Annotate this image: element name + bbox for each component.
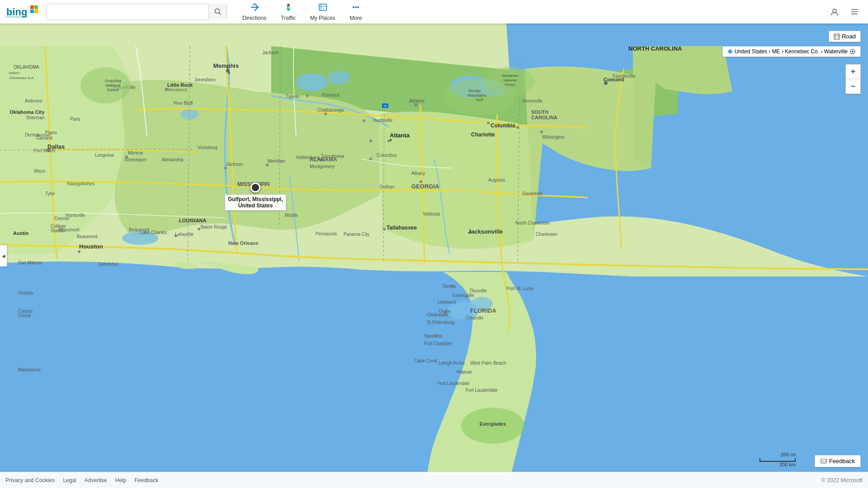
user-button[interactable]: [826, 4, 843, 20]
svg-point-16: [355, 6, 357, 8]
directions-label: Directions: [242, 15, 266, 21]
svg-text:Charleston: Charleston: [536, 232, 557, 237]
svg-text:National: National: [503, 78, 517, 82]
svg-point-57: [78, 250, 80, 253]
svg-text:Tallahassee: Tallahassee: [387, 225, 417, 231]
svg-text:Clearwater: Clearwater: [427, 312, 449, 317]
svg-text:Jackson: Jackson: [262, 50, 279, 55]
footer-feedback[interactable]: Feedback: [134, 477, 158, 483]
location-pin[interactable]: Gulfport, Mississippi, United States: [225, 183, 286, 211]
nav-my-places[interactable]: My Places: [304, 0, 341, 24]
svg-text:Sarasota: Sarasota: [424, 333, 442, 338]
svg-text:OKLAHOMA: OKLAHOMA: [14, 65, 39, 70]
svg-text:Albany: Albany: [411, 171, 425, 176]
svg-rect-194: [821, 459, 826, 463]
more-icon: [351, 3, 360, 14]
svg-text:St.Petersburg: St.Petersburg: [427, 320, 454, 325]
svg-text:Pensacola: Pensacola: [316, 231, 337, 236]
svg-text:LOUISIANA: LOUISIANA: [179, 218, 207, 223]
feedback-icon: [821, 458, 827, 465]
svg-point-6: [215, 9, 219, 14]
pin-label-line2: United States: [238, 202, 273, 209]
svg-text:Nation: Nation: [9, 71, 19, 75]
svg-text:Galveston: Galveston: [98, 262, 118, 267]
zoom-in-button[interactable]: +: [846, 65, 860, 79]
svg-point-46: [369, 140, 372, 142]
svg-text:Ardmore: Ardmore: [25, 99, 42, 103]
bing-logo: bing: [5, 4, 42, 20]
svg-point-45: [363, 119, 365, 122]
svg-text:Wilmington: Wilmington: [542, 135, 564, 140]
search-input[interactable]: Gulfport, Mississippi, United States: [47, 4, 208, 19]
svg-text:Alexandria: Alexandria: [162, 157, 184, 162]
svg-text:Charlotte: Charlotte: [471, 131, 495, 138]
my-places-label: My Places: [310, 15, 335, 21]
svg-text:Little Rock: Little Rock: [167, 82, 193, 88]
svg-text:Jonesboro: Jonesboro: [194, 77, 216, 82]
svg-text:San Marcos: San Marcos: [18, 260, 42, 265]
svg-text:Memphis: Memphis: [213, 62, 239, 69]
svg-point-23: [296, 73, 328, 91]
svg-point-48: [369, 158, 372, 160]
svg-text:Ouachita: Ouachita: [105, 79, 121, 83]
svg-point-58: [383, 228, 386, 230]
svg-point-26: [328, 71, 350, 84]
svg-point-18: [833, 9, 836, 13]
svg-text:Jacksonville: Jacksonville: [468, 228, 503, 235]
svg-text:Nacogdoches: Nacogdoches: [67, 181, 94, 186]
side-toggle-icon: ◀: [2, 253, 5, 258]
svg-text:Houston: Houston: [79, 243, 103, 250]
feedback-button[interactable]: Feedback: [815, 455, 861, 467]
map-type-label: Road: [842, 33, 856, 40]
svg-point-189: [852, 51, 854, 52]
svg-rect-3: [34, 5, 38, 9]
svg-text:Denton: Denton: [25, 132, 39, 137]
svg-text:Lehigh Acres: Lehigh Acres: [439, 361, 465, 366]
svg-text:Mountains: Mountains: [467, 93, 486, 98]
footer-legal[interactable]: Legal: [63, 477, 76, 483]
zoom-out-button[interactable]: −: [846, 79, 860, 94]
svg-text:Paris: Paris: [70, 117, 80, 122]
my-places-icon: [318, 3, 327, 14]
svg-rect-184: [834, 34, 840, 39]
nav-traffic[interactable]: Traffic: [274, 0, 302, 24]
nav-more[interactable]: More: [343, 0, 368, 24]
svg-text:New Orleans: New Orleans: [228, 240, 259, 246]
svg-text:NORTH CAROLINA: NORTH CAROLINA: [628, 45, 682, 52]
svg-text:Atlanta: Atlanta: [390, 132, 410, 139]
svg-text:Dothan: Dothan: [380, 184, 394, 189]
footer-advertise[interactable]: Advertise: [85, 477, 107, 483]
map-container[interactable]: Memphis ● Oklahoma City Norman Little Ro…: [0, 23, 868, 488]
svg-line-7: [219, 13, 221, 15]
svg-point-15: [353, 6, 354, 8]
svg-text:Baton Rouge: Baton Rouge: [201, 225, 227, 230]
footer: Privacy and Cookies Legal Advertise Help…: [0, 472, 868, 488]
svg-text:Meridian: Meridian: [268, 159, 285, 164]
svg-text:Dallas: Dallas: [47, 143, 65, 150]
copyright-text: © 2022 Microsoft: [821, 477, 863, 483]
side-panel-toggle[interactable]: ◀: [0, 245, 7, 267]
svg-text:Huntsville: Huntsville: [373, 118, 393, 123]
svg-text:Port Charlotte: Port Charlotte: [424, 341, 452, 346]
svg-point-9: [288, 5, 289, 6]
menu-button[interactable]: [846, 4, 863, 20]
pin-label-line1: Gulfport, Mississippi,: [228, 196, 283, 202]
svg-point-60: [487, 122, 490, 124]
map-type-button[interactable]: Road: [829, 31, 861, 42]
scale-bottom-label: 200 km: [779, 462, 796, 467]
svg-rect-2: [30, 5, 34, 9]
svg-text:Nantahala: Nantahala: [502, 74, 519, 78]
svg-text:Titusville: Titusville: [469, 288, 487, 293]
svg-text:Columbus: Columbus: [377, 153, 397, 158]
nav-directions[interactable]: Directions: [236, 0, 273, 24]
directions-icon: [250, 3, 259, 14]
locate-icon[interactable]: [849, 48, 856, 55]
footer-help[interactable]: Help: [115, 477, 127, 483]
svg-text:N.P.: N.P.: [476, 98, 484, 102]
svg-text:North Charleston: North Charleston: [515, 221, 550, 225]
svg-text:Christi: Christi: [18, 313, 31, 318]
search-button[interactable]: [208, 4, 226, 20]
svg-text:Fort Lauderdale: Fort Lauderdale: [466, 388, 498, 393]
svg-text:Huntsville: Huntsville: [66, 213, 85, 218]
footer-privacy[interactable]: Privacy and Cookies: [5, 477, 55, 483]
